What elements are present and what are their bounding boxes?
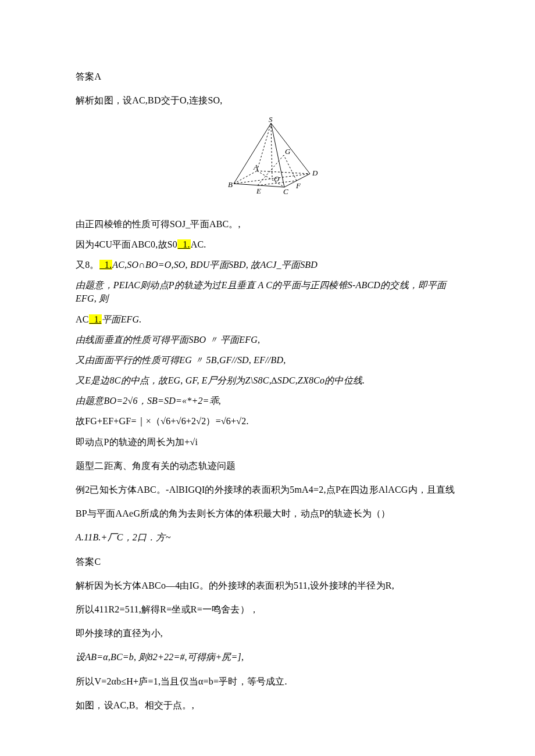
example-2-options: A.11B.+厂C，2口．方~ bbox=[76, 531, 465, 544]
section-heading: 题型二距离、角度有关的动态轨迹问题 bbox=[76, 459, 465, 472]
para-10: 由题意BO=2√6，SB=SD=«*+2=乖, bbox=[76, 394, 465, 407]
fig-label-E: E bbox=[256, 187, 261, 195]
fig-label-C: C bbox=[283, 187, 288, 196]
fig-label-D: D bbox=[312, 169, 318, 177]
svg-line-6 bbox=[234, 171, 257, 184]
example-2-analysis-4: 设AB=α,BC=b, 则82+22=#,可得病+尻=], bbox=[76, 650, 465, 664]
para-6b-text: 平面EFG. bbox=[102, 314, 141, 324]
highlight-2: _1. bbox=[99, 260, 113, 270]
fig-label-B: B bbox=[228, 180, 233, 189]
example-2-analysis-2: 所以411R2=511,解得R=坐或R=一鸣舍去）， bbox=[76, 603, 465, 616]
para-3: 因为4CU平面ABC0,故S0_1.AC. bbox=[76, 238, 465, 251]
highlight-1: _1. bbox=[177, 239, 191, 249]
fig-label-G: G bbox=[285, 147, 291, 156]
svg-line-8 bbox=[257, 123, 271, 171]
fig-label-S: S bbox=[269, 117, 273, 124]
svg-line-11 bbox=[258, 155, 284, 185]
para-4b-text: AC,SO∩BO=O,SO, BDU平面SBD, 故ACJ_平面SBD bbox=[112, 260, 318, 270]
para-3a-text: 因为4CU平面ABC0,故S0 bbox=[76, 239, 177, 249]
para-11: 故FG+EF+GF=｜×（√6+√6+2√2）=√6+√2. bbox=[76, 414, 465, 428]
highlight-3: _1. bbox=[89, 314, 102, 324]
para-8: 又由面面平行的性质可得EG 〃 5B,GF//SD, EF//BD, bbox=[76, 353, 465, 367]
para-5-text: 由题意，PEIAC则动点P的轨迹为过E且垂直 A C的平面与正四棱锥S-ABCD… bbox=[76, 280, 447, 303]
example-2-stem-2: BP与平面AAeG所成的角为去则长方体的体积最大时，动点P的轨迹长为（） bbox=[76, 507, 465, 520]
example-2-analysis-3: 即外接球的直径为小, bbox=[76, 626, 465, 640]
example-2-analysis-5: 所以V=2αb≤H+庐=1,当且仅当α=b=乎时，等号成立. bbox=[76, 675, 465, 688]
svg-line-4 bbox=[271, 123, 310, 174]
para-2: 由正四棱锥的性质可得SOJ_平面ABC。, bbox=[76, 217, 465, 231]
para-6: AC_1.平面EFG. bbox=[76, 313, 465, 326]
para-9: 又E是边8C的中点，故EG, GF, E尸分别为Z\S8C,∆SDC,ZX8Co… bbox=[76, 374, 465, 387]
svg-line-3 bbox=[234, 123, 271, 184]
fig-label-F: F bbox=[295, 181, 301, 190]
analysis-intro: 解析如图，设AC,BD交于O,连接SO, bbox=[76, 94, 465, 107]
para-5: 由题意，PEIAC则动点P的轨迹为过E且垂直 A C的平面与正四棱锥S-ABCD… bbox=[76, 278, 465, 305]
para-7: 由线面垂直的性质可得平面SBO 〃 平面EFG, bbox=[76, 333, 465, 346]
example-2-analysis-6: 如图，设AC,B。相交于点。, bbox=[76, 698, 465, 712]
example-2-answer: 答案C bbox=[76, 555, 465, 568]
para-4: 又8。_1.AC,SO∩BO=O,SO, BDU平面SBD, 故ACJ_平面SB… bbox=[76, 258, 465, 271]
para-12: 即动点P的轨迹的周长为加+√i bbox=[76, 435, 465, 449]
example-2-stem-1: 例2已知长方体ABC。-AlBIGQI的外接球的表面积为5mA4=2,点P在四边… bbox=[76, 483, 465, 496]
pyramid-figure: S A B C D E F G O bbox=[76, 117, 465, 199]
svg-line-7 bbox=[257, 171, 310, 174]
example-2-analysis-1: 解析因为长方体ABCo—4由IG。的外接球的表面积为511,设外接球的半径为R, bbox=[76, 579, 465, 592]
answer-label: 答案A bbox=[76, 70, 465, 83]
svg-line-10 bbox=[271, 123, 272, 178]
fig-label-A: A bbox=[253, 163, 258, 171]
para-4a-text: 又8。 bbox=[76, 260, 99, 270]
para-6a-text: AC bbox=[76, 314, 89, 324]
fig-label-O: O bbox=[274, 174, 280, 183]
para-3b-text: AC. bbox=[191, 239, 206, 249]
